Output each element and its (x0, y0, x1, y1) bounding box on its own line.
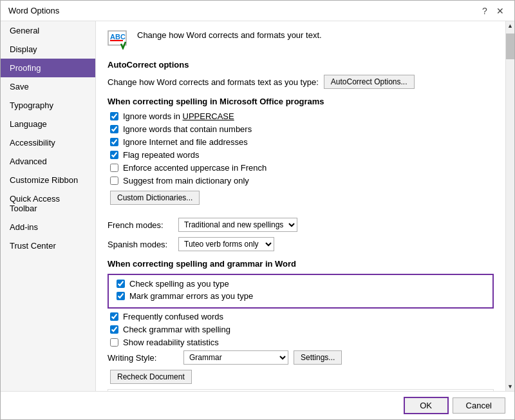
dialog-title: Word Options (8, 6, 59, 15)
ignore-internet-checkbox[interactable] (110, 138, 118, 146)
dialog-body: General Display Proofing Save Typography… (1, 21, 514, 391)
writing-style-label: Writing Style: (108, 353, 178, 363)
sidebar-item-add-ins[interactable]: Add-ins (1, 218, 95, 236)
sidebar-item-general[interactable]: General (1, 21, 95, 40)
proofing-icon: ABC (108, 30, 131, 50)
custom-dictionaries-button[interactable]: Custom Dictionaries... (110, 191, 200, 205)
header-text: Change how Word corrects and formats you… (137, 30, 322, 40)
highlight-box: Check spelling as you type Mark grammar … (108, 274, 494, 309)
checkbox-check-spelling: Check spelling as you type (114, 279, 487, 289)
sidebar-item-proofing[interactable]: Proofing (1, 59, 95, 77)
cancel-button[interactable]: Cancel (453, 397, 505, 414)
check-spelling-checkbox[interactable] (117, 280, 125, 288)
spanish-modes-row: Spanish modes: Tuteo verb forms only Vos… (108, 237, 494, 251)
sidebar-item-display[interactable]: Display (1, 40, 95, 59)
checkbox-frequently-confused: Frequently confused words (108, 312, 494, 321)
autocorrect-title: AutoCorrect options (108, 60, 494, 70)
mark-grammar-checkbox[interactable] (117, 292, 125, 300)
check-spelling-label[interactable]: Check spelling as you type (129, 279, 229, 289)
frequently-confused-label[interactable]: Frequently confused words (123, 312, 223, 321)
frequently-confused-checkbox[interactable] (110, 312, 118, 321)
scroll-down-arrow[interactable]: ▼ (506, 382, 515, 391)
checkbox-ignore-uppercase: Ignore words in UPPERCASE (108, 111, 494, 121)
suggest-main-label[interactable]: Suggest from main dictionary only (123, 176, 249, 186)
scrollbar: ▲ ▼ (505, 21, 514, 391)
ms-office-title: When correcting spelling in Microsoft Of… (108, 97, 494, 106)
word-section-title: When correcting spelling and grammar in … (108, 259, 494, 269)
sidebar: General Display Proofing Save Typography… (1, 21, 96, 391)
checkbox-ignore-numbers: Ignore words that contain numbers (108, 124, 494, 134)
ignore-numbers-checkbox[interactable] (110, 125, 118, 133)
sidebar-item-quick-access[interactable]: Quick Access Toolbar (1, 189, 95, 218)
word-options-dialog: Word Options ? ✕ General Display Proofin… (0, 0, 515, 420)
ignore-uppercase-label[interactable]: Ignore words in UPPERCASE (123, 111, 234, 121)
ignore-uppercase-checkbox[interactable] (110, 112, 118, 120)
close-button[interactable]: ✕ (494, 5, 507, 17)
checkbox-check-grammar-spelling: Check grammar with spelling (108, 325, 494, 334)
title-bar: Word Options ? ✕ (1, 1, 514, 21)
enforce-french-label[interactable]: Enforce accented uppercase in French (123, 163, 267, 173)
ms-office-section: When correcting spelling in Microsoft Of… (108, 97, 494, 251)
ignore-numbers-label[interactable]: Ignore words that contain numbers (123, 124, 252, 134)
header-section: ABC Change how Word corrects and formats… (108, 30, 494, 50)
sidebar-item-advanced[interactable]: Advanced (1, 152, 95, 171)
main-content: ABC Change how Word corrects and formats… (96, 21, 505, 391)
settings-button[interactable]: Settings... (294, 350, 342, 365)
spanish-modes-select[interactable]: Tuteo verb forms only Voseo verb forms o… (178, 237, 274, 251)
autocorrect-section: AutoCorrect options Change how Word corr… (108, 60, 494, 89)
sidebar-item-customize-ribbon[interactable]: Customize Ribbon (1, 171, 95, 189)
show-readability-checkbox[interactable] (110, 338, 118, 347)
checkbox-flag-repeated: Flag repeated words (108, 150, 494, 160)
sidebar-item-typography[interactable]: Typography (1, 96, 95, 115)
flag-repeated-checkbox[interactable] (110, 151, 118, 159)
autocorrect-row: Change how Word corrects and formats tex… (108, 75, 494, 89)
svg-text:ABC: ABC (110, 33, 126, 41)
sidebar-item-save[interactable]: Save (1, 77, 95, 96)
suggest-main-checkbox[interactable] (110, 177, 118, 185)
sidebar-item-language[interactable]: Language (1, 115, 95, 133)
writing-style-row: Writing Style: Grammar Grammar & Refinem… (108, 350, 494, 365)
scroll-track[interactable] (506, 30, 515, 382)
ignore-internet-label[interactable]: Ignore Internet and file addresses (123, 137, 248, 147)
checkbox-mark-grammar: Mark grammar errors as you type (114, 291, 487, 301)
sidebar-item-trust-center[interactable]: Trust Center (1, 236, 95, 255)
title-bar-controls: ? ✕ (478, 5, 507, 17)
checkbox-suggest-main: Suggest from main dictionary only (108, 176, 494, 186)
checkbox-show-readability: Show readability statistics (108, 338, 494, 347)
check-grammar-spelling-checkbox[interactable] (110, 325, 118, 334)
recheck-document-button[interactable]: Recheck Document (110, 370, 192, 384)
mark-grammar-label[interactable]: Mark grammar errors as you type (129, 291, 253, 301)
scroll-up-arrow[interactable]: ▲ (506, 21, 515, 30)
enforce-french-checkbox[interactable] (110, 164, 118, 172)
flag-repeated-label[interactable]: Flag repeated words (123, 150, 200, 160)
show-readability-label[interactable]: Show readability statistics (123, 338, 219, 347)
word-section: When correcting spelling and grammar in … (108, 259, 494, 391)
french-modes-label: French modes: (108, 220, 178, 230)
autocorrect-options-button[interactable]: AutoCorrect Options... (324, 75, 415, 89)
scroll-thumb[interactable] (506, 33, 515, 59)
french-modes-row: French modes: Traditional and new spelli… (108, 218, 494, 232)
french-modes-select[interactable]: Traditional and new spellings Traditiona… (178, 218, 297, 232)
autocorrect-label: Change how Word corrects and formats tex… (108, 77, 319, 87)
footer: OK Cancel (1, 391, 514, 419)
partial-bottom-section: ■ A0 Spelling Font Size Font Name S... (108, 389, 494, 391)
sidebar-item-accessibility[interactable]: Accessibility (1, 133, 95, 152)
writing-style-select[interactable]: Grammar Grammar & Refinements Grammar & … (183, 350, 288, 365)
spanish-modes-label: Spanish modes: (108, 240, 178, 249)
ok-button[interactable]: OK (404, 397, 449, 414)
help-button[interactable]: ? (478, 5, 491, 17)
check-grammar-spelling-label[interactable]: Check grammar with spelling (123, 325, 230, 334)
checkbox-ignore-internet: Ignore Internet and file addresses (108, 137, 494, 147)
checkbox-enforce-french: Enforce accented uppercase in French (108, 163, 494, 173)
